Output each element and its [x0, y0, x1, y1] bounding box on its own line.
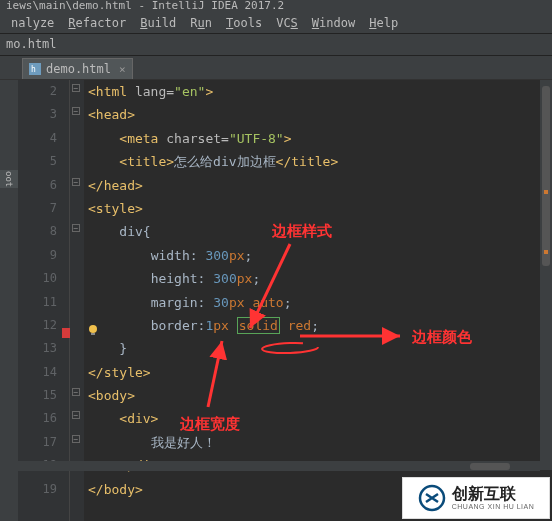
html-file-icon: h: [29, 63, 41, 75]
menu-refactor[interactable]: Refactor: [61, 16, 133, 30]
line-number: 15: [18, 384, 57, 407]
code-line: </head>: [88, 174, 552, 197]
line-number: 19: [18, 478, 57, 501]
fold-icon[interactable]: −: [72, 388, 80, 396]
fold-icon[interactable]: −: [72, 107, 80, 115]
line-number: 13: [18, 337, 57, 360]
line-number: 16: [18, 407, 57, 430]
fold-icon[interactable]: −: [72, 84, 80, 92]
solid-highlight: solid: [237, 317, 280, 334]
horizontal-scrollbar[interactable]: [0, 461, 540, 471]
svg-rect-3: [91, 333, 95, 335]
close-icon[interactable]: ×: [116, 63, 126, 76]
code-line: <meta charset="UTF-8">: [88, 127, 552, 150]
menu-build[interactable]: Build: [133, 16, 183, 30]
menu-window[interactable]: Window: [305, 16, 362, 30]
watermark-brand: 创新互联: [452, 485, 535, 503]
fold-column: − − − − − − −: [70, 80, 84, 521]
marker-dot: [544, 190, 548, 194]
line-number: 5: [18, 150, 57, 173]
side-tab-root[interactable]: oot: [0, 170, 18, 188]
watermark-sub: CHUANG XIN HU LIAN: [452, 503, 535, 511]
tab-label: demo.html: [46, 62, 111, 76]
menu-run[interactable]: Run: [183, 16, 219, 30]
code-line: </style>: [88, 361, 552, 384]
tab-demo-html[interactable]: h demo.html ×: [22, 58, 133, 79]
fold-icon[interactable]: −: [72, 178, 80, 186]
fold-icon[interactable]: −: [72, 435, 80, 443]
scroll-thumb[interactable]: [470, 463, 510, 470]
svg-point-2: [89, 325, 97, 333]
watermark: 创新互联 CHUANG XIN HU LIAN: [402, 477, 550, 519]
breadcrumb: mo.html: [0, 34, 552, 56]
line-number: 11: [18, 291, 57, 314]
line-number-gutter: 2 3 4 5 6 7 8 9 10 11 12 13 14 15 16 17 …: [18, 80, 70, 521]
code-line: }: [88, 337, 552, 360]
menu-tools[interactable]: Tools: [219, 16, 269, 30]
line-number: 17: [18, 431, 57, 454]
code-line: width: 300px;: [88, 244, 552, 267]
menu-bar: nalyze Refactor Build Run Tools VCS Wind…: [0, 12, 552, 34]
fold-icon[interactable]: −: [72, 411, 80, 419]
fold-icon[interactable]: −: [72, 224, 80, 232]
left-tool-gutter: oot: [0, 80, 18, 521]
code-line: margin: 30px auto;: [88, 291, 552, 314]
line-number: 6: [18, 174, 57, 197]
menu-help[interactable]: Help: [362, 16, 405, 30]
line-number: 7: [18, 197, 57, 220]
line-number: 3: [18, 103, 57, 126]
line-number: 2: [18, 80, 57, 103]
svg-text:h: h: [31, 65, 36, 74]
menu-vcs[interactable]: VCS: [269, 16, 305, 30]
line-number: 4: [18, 127, 57, 150]
code-line: <head>: [88, 103, 552, 126]
code-line: border:1px solid red;: [88, 314, 552, 337]
watermark-logo-icon: [418, 484, 446, 512]
code-line: <body>: [88, 384, 552, 407]
code-line: <div>: [88, 407, 552, 430]
code-line: <html lang="en">: [88, 80, 552, 103]
code-line: 我是好人！: [88, 431, 552, 454]
code-line: <style>: [88, 197, 552, 220]
line-number: 12: [18, 314, 57, 337]
editor-tab-bar: h demo.html ×: [0, 56, 552, 80]
vertical-scrollbar[interactable]: [540, 80, 552, 470]
code-line: height: 300px;: [88, 267, 552, 290]
title-bar: iews\main\demo.html - IntelliJ IDEA 2017…: [0, 0, 552, 12]
line-number: 9: [18, 244, 57, 267]
menu-analyze[interactable]: nalyze: [4, 16, 61, 30]
label-border-width: 边框宽度: [180, 415, 240, 434]
line-number: 8: [18, 220, 57, 243]
line-number: 14: [18, 361, 57, 384]
label-border-color: 边框颜色: [412, 328, 472, 347]
line-number: 10: [18, 267, 57, 290]
marker-dot: [544, 250, 548, 254]
intention-bulb-icon[interactable]: [86, 323, 100, 337]
label-border-style: 边框样式: [272, 222, 332, 241]
code-line: <title>怎么给div加边框</title>: [88, 150, 552, 173]
scroll-thumb[interactable]: [542, 86, 550, 266]
code-area[interactable]: <html lang="en"> <head> <meta charset="U…: [84, 80, 552, 521]
code-editor[interactable]: oot 2 3 4 5 6 7 8 9 10 11 12 13 14 15 16…: [0, 80, 552, 521]
